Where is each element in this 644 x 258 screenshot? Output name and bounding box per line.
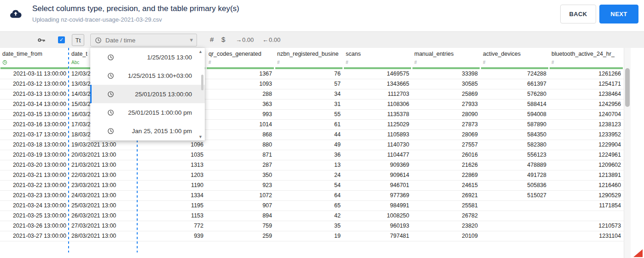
clock-icon — [107, 72, 114, 79]
table-cell: 1171854 — [549, 201, 624, 211]
table-cell: 1104477 — [343, 150, 412, 160]
column-name: manual_entries — [412, 48, 481, 57]
table-cell: 909614 — [343, 170, 412, 180]
table-cell: 26782 — [412, 211, 481, 221]
table-cell: 42 — [275, 211, 343, 221]
column-name: nzbn_registered_busine — [275, 48, 343, 57]
table-cell: 1213891 — [549, 170, 624, 180]
table-cell: 505836 — [481, 181, 549, 190]
dropdown-option-label: 25/01/2015 13:00:00 — [135, 91, 192, 98]
table-cell: 27873 — [412, 120, 481, 129]
table-cell: 594008 — [481, 110, 549, 119]
column-header-manual_entries[interactable]: manual_entries# — [412, 48, 481, 69]
table-cell: 759 — [206, 221, 275, 231]
dropdown-option-label: Jan 25, 2015 1:00 pm — [132, 128, 192, 135]
table-cell: 2021-03-27 13:00:00 — [0, 231, 69, 241]
table-cell: 1334 — [138, 191, 206, 200]
scroll-up-icon[interactable]: ▲ — [198, 49, 203, 54]
currency-type-icon[interactable]: $ — [221, 35, 225, 43]
table-cell: 2021-03-26 13:00:00 — [0, 221, 69, 231]
table-cell: 2021-03-17 13:00:00 — [0, 130, 69, 140]
type-select[interactable]: Date / time ▾ — [90, 34, 197, 47]
dropdown-options: 1/25/2015 13:001/25/2015 13:00+03:0025/0… — [90, 48, 205, 140]
table-cell: 54 — [275, 181, 343, 190]
table-row: 2021-03-20 13:00:0021/03/2021 13:0013132… — [0, 160, 624, 170]
arrow-right-icon: → — [236, 36, 242, 43]
table-cell: 1367 — [206, 69, 275, 79]
include-column-checkbox[interactable]: ✓ — [58, 36, 65, 43]
column-header-active_devices[interactable]: active_devices# — [481, 48, 549, 69]
dropdown-option[interactable]: 25/01/2015 13:00:00 — [90, 85, 205, 103]
table-cell: 22869 — [412, 170, 481, 180]
column-header-scans[interactable]: scans# — [343, 48, 412, 69]
column-header-date_time_from[interactable]: date_time_from — [0, 48, 69, 69]
table-cell: 491728 — [481, 170, 549, 180]
primary-key-icon[interactable] — [37, 35, 46, 45]
dropdown-option[interactable]: Jan 25, 2015 1:00 pm — [90, 122, 205, 140]
column-header-nzbn_registered_busine[interactable]: nzbn_registered_busine# — [275, 48, 343, 69]
table-cell: 1238123 — [549, 120, 624, 129]
table-cell: 1231104 — [549, 231, 624, 241]
column-type-indicator: # — [483, 60, 486, 65]
dropdown-option-label: 1/25/2015 13:00 — [147, 54, 192, 61]
table-cell: 28069 — [412, 130, 481, 140]
column-type-indicator — [2, 60, 7, 66]
vertical-scrollbar[interactable] — [624, 48, 631, 258]
table-cell: 1313 — [138, 160, 206, 170]
table-row: 2021-03-21 13:00:0022/03/2021 13:0012033… — [0, 170, 624, 181]
table-cell: 33398 — [412, 69, 481, 79]
scroll-down-icon[interactable]: ▼ — [198, 135, 203, 139]
dropdown-option[interactable]: 1/25/2015 13:00 — [90, 48, 205, 66]
column-type-indicator: Abc — [71, 60, 79, 65]
table-cell: 1343665 — [343, 79, 412, 89]
table-cell: 1240704 — [549, 110, 624, 119]
table-cell: 661397 — [481, 79, 549, 89]
table-cell: 582380 — [481, 140, 549, 150]
next-button[interactable]: NEXT — [599, 5, 638, 23]
table-cell: 984991 — [343, 201, 412, 211]
table-cell: 24 — [275, 170, 343, 180]
table-cell: 363 — [206, 100, 275, 109]
table-cell: 26/03/2021 13:00 — [69, 211, 138, 221]
text-type-button[interactable]: Tt — [72, 34, 84, 46]
table-cell: 2021-03-22 13:00:00 — [0, 181, 69, 190]
table-row: 2021-03-22 13:00:0023/03/2021 13:0011909… — [0, 181, 624, 191]
table-cell: 21/03/2021 13:00 — [69, 160, 138, 170]
table-cell: 22/03/2021 13:00 — [69, 170, 138, 180]
decrease-decimal-button[interactable]: ←0.00 — [262, 36, 280, 43]
chevron-down-icon: ▾ — [190, 36, 193, 43]
table-cell: 724288 — [481, 69, 549, 79]
table-cell: 65 — [275, 201, 343, 211]
column-type-indicator: # — [346, 60, 348, 65]
table-cell: 1229904 — [549, 140, 624, 150]
table-cell: 13 — [275, 160, 343, 170]
table-cell: 556123 — [481, 150, 549, 160]
table-cell: 44 — [275, 130, 343, 140]
scrollbar-thumb[interactable] — [625, 68, 630, 107]
dropdown-option-label: 25/01/2015 1:00:00 pm — [128, 109, 192, 116]
column-type-indicator: # — [209, 60, 211, 65]
table-cell: 2021-03-19 13:00:00 — [0, 150, 69, 160]
table-cell: 909369 — [343, 160, 412, 170]
table-cell: 27557 — [412, 140, 481, 150]
dropdown-option[interactable]: 25/01/2015 1:00:00 pm — [90, 103, 205, 122]
clock-icon — [95, 37, 102, 44]
number-type-icon[interactable]: # — [210, 35, 214, 43]
column-header-bluetooth_active_24_hr_[interactable]: bluetooth_active_24_hr_# — [549, 48, 624, 69]
table-cell: 2021-03-25 13:00:00 — [0, 211, 69, 221]
table-cell: 49 — [275, 140, 343, 150]
table-cell: 1072 — [206, 191, 275, 200]
column-type-indicator: # — [414, 60, 417, 65]
column-name: date_time_from — [0, 48, 69, 57]
dropdown-option[interactable]: 1/25/2015 13:00+03:00 — [90, 66, 205, 85]
table-cell: 259 — [206, 231, 275, 241]
back-button[interactable]: BACK — [560, 5, 596, 23]
column-name: scans — [343, 48, 412, 57]
table-cell: 587890 — [481, 120, 549, 129]
table-cell: 31 — [275, 100, 343, 109]
table-cell — [481, 211, 549, 221]
increase-decimal-button[interactable]: →0.00 — [236, 36, 254, 43]
table-cell: 2021-03-12 13:00:00 — [0, 79, 69, 89]
dropdown-scrollbar-thumb[interactable] — [201, 75, 203, 90]
column-header-qr_codes_generated[interactable]: qr_codes_generated# — [206, 48, 275, 69]
